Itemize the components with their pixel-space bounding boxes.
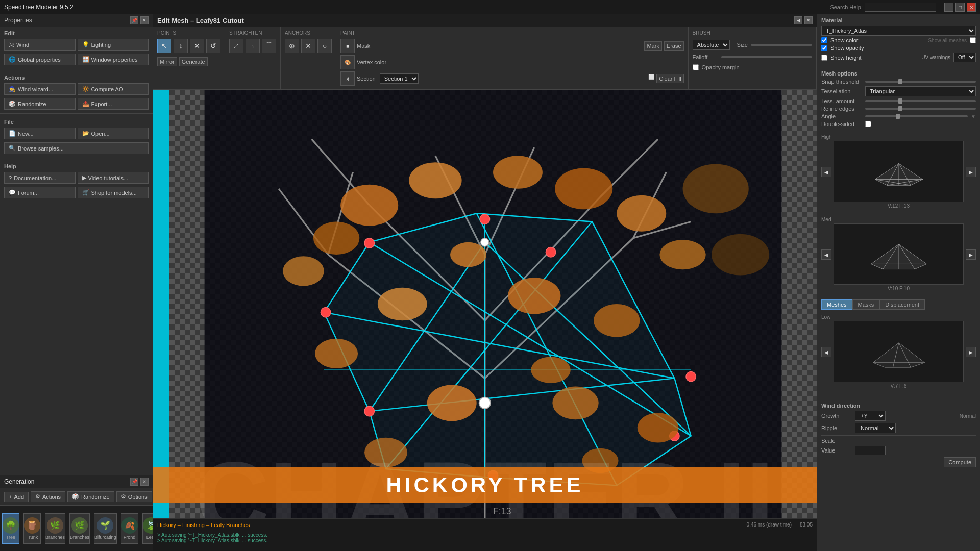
log-area: > Autosaving '~T_Hickory_Atlas.sblk' ...…: [153, 531, 817, 551]
show-all-meshes-checkbox[interactable]: [970, 37, 976, 43]
search-input[interactable]: [865, 3, 936, 12]
tab-displacement[interactable]: Displacement: [879, 299, 925, 310]
compute-ao-button[interactable]: 🔆 Compute AO: [78, 83, 149, 95]
tab-masks[interactable]: Masks: [852, 299, 880, 310]
straighten-3[interactable]: ⌒: [262, 39, 276, 53]
vertex-color-tool[interactable]: 🎨: [340, 55, 355, 69]
lod-high-thumb[interactable]: [834, 141, 964, 202]
node-branches1[interactable]: 🌿 Branches: [45, 513, 65, 544]
wind-wizard-button[interactable]: 🧙 Wind wizard...: [4, 83, 76, 95]
refine-edges-slider[interactable]: [865, 108, 976, 110]
lod-med-thumb[interactable]: [834, 223, 964, 285]
select-tool[interactable]: ↖: [157, 39, 172, 53]
svg-point-30: [686, 371, 696, 381]
mark-button[interactable]: Mark: [644, 41, 662, 51]
gen-close-btn[interactable]: ✕: [140, 478, 149, 486]
window-props-button[interactable]: 🪟 Window properties: [78, 54, 149, 65]
texture-select[interactable]: T_Hickory_Atlas: [821, 26, 976, 36]
leaf-icon: 🍃: [143, 517, 153, 534]
tessellation-select[interactable]: Triangular: [865, 86, 976, 96]
mask-tool[interactable]: ■: [340, 39, 355, 53]
compute-button[interactable]: Compute: [944, 457, 976, 467]
center-control[interactable]: [479, 397, 491, 409]
node-tree[interactable]: 🌳 Tree: [2, 513, 19, 544]
snap-threshold-slider[interactable]: [865, 81, 976, 83]
video-tutorials-button[interactable]: ▶ Video tutorials...: [78, 172, 149, 184]
lod-high-section: High ◀: [817, 132, 980, 215]
documentation-button[interactable]: ? Documentation...: [4, 172, 76, 184]
lod-low-thumb[interactable]: [834, 321, 964, 382]
forum-button[interactable]: 💬 Forum...: [4, 187, 76, 198]
reset-tool[interactable]: ↺: [206, 39, 220, 53]
show-opacity-checkbox[interactable]: [821, 45, 827, 51]
opacity-margin-checkbox[interactable]: [693, 64, 699, 70]
lod-low-next[interactable]: ▶: [966, 347, 976, 357]
panel-pin-btn[interactable]: 📌: [130, 16, 138, 24]
tess-amount-slider[interactable]: [865, 100, 976, 102]
edit-mesh-close-btn[interactable]: ✕: [804, 16, 813, 24]
lod-high-next[interactable]: ▶: [966, 167, 976, 177]
tab-meshes[interactable]: Meshes: [821, 299, 852, 310]
lod-med-next[interactable]: ▶: [966, 249, 976, 260]
minimize-button[interactable]: –: [944, 3, 953, 12]
erase-button[interactable]: Erase: [664, 41, 684, 51]
wind-button[interactable]: 🌬 Wind: [4, 39, 76, 51]
global-props-button[interactable]: 🌐 Global properties: [4, 54, 76, 65]
med-label: Med: [821, 217, 976, 222]
properties-panel-header: Properties 📌 ✕: [0, 14, 153, 27]
svg-point-28: [364, 406, 374, 416]
add-button[interactable]: + Add: [4, 492, 29, 502]
shop-button[interactable]: 🛒 Shop for models...: [78, 187, 149, 198]
viewport[interactable]: F:13 HICKORY TREE CHAPTER II: [153, 90, 817, 518]
anchor-3[interactable]: ○: [317, 39, 332, 53]
lighting-button[interactable]: 💡 Lighting: [78, 39, 149, 51]
mirror-button[interactable]: Mirror: [157, 57, 177, 66]
straighten-2[interactable]: ⟍: [246, 39, 260, 53]
show-height-checkbox[interactable]: [821, 55, 827, 61]
node-bifurcating[interactable]: 🌱 Bifurcating: [94, 513, 117, 544]
export-button[interactable]: 📤 Export...: [78, 98, 149, 110]
maximize-button[interactable]: □: [955, 3, 965, 12]
browse-samples-button[interactable]: 🔍 Browse samples...: [4, 142, 149, 154]
edit-mesh-left-btn[interactable]: ◀: [794, 16, 802, 24]
svg-point-46: [552, 387, 598, 420]
gen-options-button[interactable]: ⚙ Options: [116, 491, 152, 502]
shop-icon: 🛒: [82, 189, 89, 196]
new-button[interactable]: 📄 New...: [4, 128, 76, 139]
size-slider[interactable]: [751, 44, 812, 46]
straighten-1[interactable]: ⟋: [229, 39, 243, 53]
close-button[interactable]: ✕: [967, 3, 976, 12]
delete-tool[interactable]: ✕: [190, 39, 204, 53]
gen-actions-button[interactable]: ⚙ Actions: [31, 491, 65, 502]
uv-warnings-select[interactable]: Off: [953, 53, 976, 62]
ripple-select[interactable]: Normal: [855, 423, 896, 433]
lod-high-prev[interactable]: ◀: [821, 167, 831, 177]
node-leaf[interactable]: 🍃 Leaf: [142, 513, 153, 544]
brush-mode-select[interactable]: Absolute: [693, 40, 730, 50]
wind-direction-title: Wind direction: [821, 403, 976, 409]
gen-randomize-button[interactable]: 🎲 Randomize: [67, 491, 114, 502]
double-sided-checkbox[interactable]: [865, 121, 871, 127]
node-branches2[interactable]: 🌿 Branches: [69, 513, 90, 544]
anchor-1[interactable]: ⊕: [285, 39, 299, 53]
value-input[interactable]: 1: [855, 446, 886, 455]
section-select[interactable]: Section 1: [380, 73, 419, 84]
falloff-slider[interactable]: [721, 56, 812, 58]
clear-fill-button[interactable]: Clear Fill: [656, 74, 683, 83]
generate-button[interactable]: Generate: [179, 57, 208, 66]
help-section-label: Help: [0, 160, 153, 170]
open-button[interactable]: 📂 Open...: [78, 128, 149, 139]
anchor-2[interactable]: ✕: [301, 39, 315, 53]
wiz-icon: 🧙: [9, 86, 16, 92]
node-trunk[interactable]: 🪵 Trunk: [23, 513, 41, 544]
angle-slider[interactable]: [865, 115, 968, 117]
growth-select[interactable]: +Y: [855, 411, 886, 421]
move-tool[interactable]: ↕: [174, 39, 188, 53]
gen-pin-btn[interactable]: 📌: [130, 478, 138, 486]
node-frond[interactable]: 🍂 Frond: [121, 513, 138, 544]
lod-low-prev[interactable]: ◀: [821, 347, 831, 357]
randomize-button[interactable]: 🎲 Randomize: [4, 98, 76, 110]
show-color-checkbox[interactable]: [821, 37, 827, 43]
lod-med-prev[interactable]: ◀: [821, 249, 831, 260]
panel-close-btn[interactable]: ✕: [140, 16, 149, 24]
